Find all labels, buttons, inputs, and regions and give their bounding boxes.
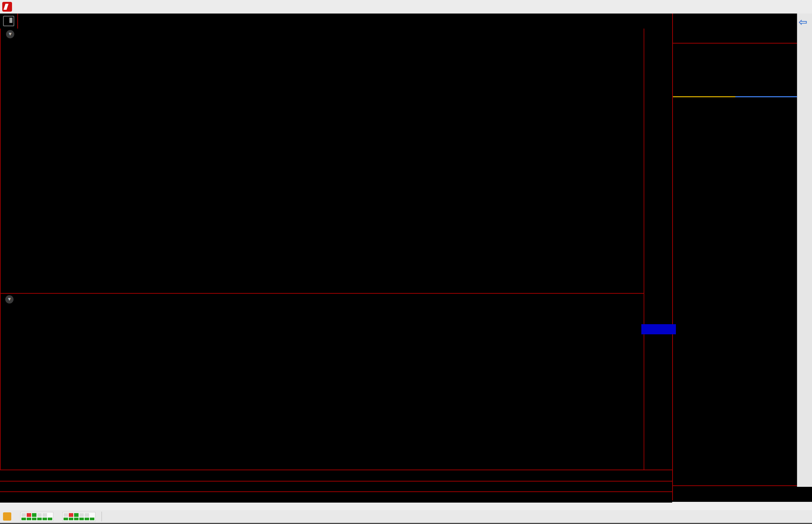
rank-badge[interactable]: [0, 281, 4, 282]
note-icon[interactable]: [3, 512, 11, 521]
quote-bottom-tabs: [673, 485, 812, 500]
panel-divider[interactable]: [0, 293, 644, 294]
quote-panel: [672, 14, 798, 500]
indicator-chart[interactable]: [0, 294, 644, 470]
ma-header: ▾: [3, 30, 17, 38]
toolbar-divider: [17, 14, 18, 29]
indicator-header: ▾: [2, 295, 22, 304]
indicator-tabs: [0, 481, 672, 492]
x-axis: [0, 470, 672, 481]
side-icon-strip: [797, 14, 812, 487]
status-divider: [102, 512, 102, 521]
app-logo-icon[interactable]: [2, 2, 12, 12]
bottom-gap: [0, 502, 812, 510]
quote-title[interactable]: [673, 14, 798, 29]
extension-tabs: [0, 491, 672, 503]
chevron-down-icon[interactable]: ▾: [6, 30, 14, 38]
axis-divider: [644, 29, 644, 481]
chevron-down-icon[interactable]: ▾: [5, 295, 14, 304]
layout-toggle-icon[interactable]: [3, 16, 14, 26]
status-bar: [0, 510, 812, 523]
tdx-terminal-window: ▾ ▾: [0, 0, 812, 524]
menu-bar: [0, 0, 812, 14]
candlestick-chart[interactable]: [0, 29, 644, 285]
back-arrow-icon[interactable]: ⇦: [798, 16, 807, 28]
bid-ask-divider: [673, 96, 798, 97]
mini-bars-widget[interactable]: [62, 512, 95, 521]
price-row: [673, 29, 798, 44]
period-toolbar: [0, 14, 672, 29]
indicator-level-marker: [641, 324, 676, 334]
mini-bars-widget[interactable]: [20, 512, 53, 521]
